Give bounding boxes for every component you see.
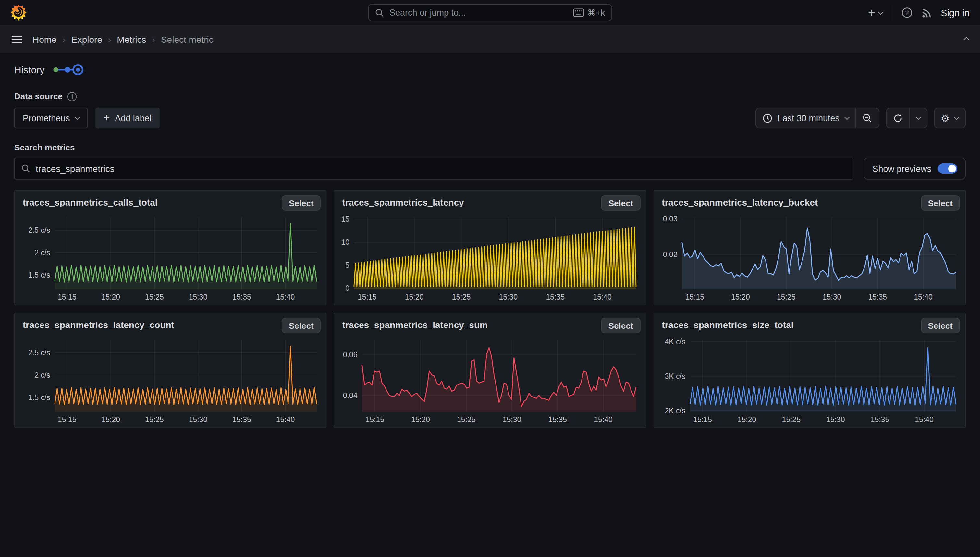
breadcrumb-home[interactable]: Home	[33, 34, 57, 44]
time-range-button[interactable]: Last 30 minutes	[756, 108, 855, 128]
svg-text:2 c/s: 2 c/s	[34, 248, 50, 257]
metrics-search-input[interactable]	[36, 163, 846, 174]
time-picker-group: Last 30 minutes	[755, 107, 879, 129]
svg-text:3K c/s: 3K c/s	[665, 372, 685, 381]
svg-text:15:15: 15:15	[358, 293, 377, 301]
select-button[interactable]: Select	[282, 318, 321, 333]
history-steps-icon[interactable]	[52, 64, 83, 76]
time-controls: Last 30 minutes	[755, 107, 966, 129]
select-button[interactable]: Select	[921, 195, 960, 211]
show-previews-label: Show previews	[872, 164, 931, 173]
svg-text:10: 10	[341, 238, 350, 246]
svg-text:15:30: 15:30	[822, 293, 841, 301]
metric-title: traces_spanmetrics_latency	[342, 197, 464, 207]
sign-in-link[interactable]: Sign in	[941, 7, 970, 18]
svg-text:15:40: 15:40	[594, 415, 613, 424]
zoom-out-icon	[862, 113, 872, 123]
svg-text:0.03: 0.03	[663, 215, 677, 223]
refresh-interval-button[interactable]	[909, 108, 926, 128]
metric-title: traces_spanmetrics_latency_sum	[342, 320, 488, 330]
svg-text:15:40: 15:40	[276, 415, 295, 424]
svg-text:15:30: 15:30	[503, 415, 521, 424]
chevron-up-icon	[964, 37, 969, 42]
breadcrumb-separator: ›	[108, 34, 111, 44]
zoom-out-button[interactable]	[855, 108, 879, 128]
metric-title: traces_spanmetrics_size_total	[662, 320, 794, 330]
search-row: Show previews	[14, 158, 966, 180]
svg-text:15:25: 15:25	[145, 415, 164, 424]
refresh-group	[885, 107, 927, 129]
svg-text:15:35: 15:35	[232, 293, 251, 301]
global-search[interactable]: Search or jump to... ⌘+k	[368, 4, 612, 21]
svg-text:1.5 c/s: 1.5 c/s	[28, 393, 50, 402]
svg-text:15:15: 15:15	[58, 415, 77, 424]
svg-text:15:30: 15:30	[189, 415, 208, 424]
help-button[interactable]: ?	[901, 7, 912, 18]
mega-menu-toggle[interactable]	[12, 33, 22, 45]
shortcut-hint: ⌘+k	[573, 8, 605, 18]
clock-icon	[763, 113, 772, 123]
svg-text:2K c/s: 2K c/s	[665, 407, 685, 415]
info-icon[interactable]: i	[68, 92, 77, 101]
search-icon	[375, 8, 384, 17]
timeseries-chart: 1.5 c/s2 c/s2.5 c/s15:1515:2015:2515:301…	[18, 335, 321, 425]
select-button[interactable]: Select	[921, 318, 960, 333]
toggle-knob	[948, 165, 956, 173]
divider	[892, 5, 892, 20]
history-row: History	[14, 64, 966, 76]
svg-text:15:20: 15:20	[412, 415, 430, 424]
svg-text:15:35: 15:35	[549, 415, 567, 424]
svg-text:15:20: 15:20	[101, 293, 120, 301]
search-metrics-label: Search metrics	[14, 143, 966, 152]
svg-text:0.02: 0.02	[663, 250, 677, 259]
show-previews-control: Show previews	[864, 158, 966, 180]
breadcrumb-separator: ›	[63, 34, 65, 44]
svg-text:15:20: 15:20	[731, 293, 750, 301]
history-label: History	[14, 64, 44, 75]
svg-text:15:15: 15:15	[693, 415, 712, 424]
svg-text:2.5 c/s: 2.5 c/s	[28, 349, 50, 357]
svg-text:15:15: 15:15	[366, 415, 385, 424]
svg-text:15:25: 15:25	[457, 415, 476, 424]
svg-text:15: 15	[341, 215, 350, 223]
datasource-picker[interactable]: Prometheus	[14, 107, 88, 129]
svg-text:15:20: 15:20	[405, 293, 424, 301]
chevron-down-icon	[74, 114, 80, 120]
show-previews-toggle[interactable]	[938, 163, 957, 174]
search-icon	[21, 164, 31, 173]
svg-text:15:35: 15:35	[232, 415, 251, 424]
add-label-button[interactable]: + Add label	[95, 107, 160, 129]
settings-button[interactable]: ⚙	[934, 108, 965, 128]
new-menu-button[interactable]: +	[868, 7, 882, 19]
svg-text:15:25: 15:25	[782, 415, 800, 424]
svg-text:15:40: 15:40	[593, 293, 612, 301]
breadcrumb-explore[interactable]: Explore	[71, 34, 102, 44]
select-button[interactable]: Select	[601, 318, 640, 333]
gear-icon: ⚙	[941, 113, 949, 123]
chevron-down-icon	[844, 114, 849, 120]
metric-title: traces_spanmetrics_latency_bucket	[662, 197, 818, 207]
grafana-logo-icon[interactable]	[10, 4, 27, 21]
svg-text:15:30: 15:30	[499, 293, 518, 301]
select-button[interactable]: Select	[282, 195, 321, 211]
datasource-label-row: Data source i	[14, 91, 966, 101]
svg-text:15:40: 15:40	[914, 293, 933, 301]
app: Search or jump to... ⌘+k + ? Sign in H	[0, 0, 980, 557]
svg-text:0.04: 0.04	[343, 391, 358, 400]
collapse-toolbar-button[interactable]	[964, 37, 968, 41]
refresh-button[interactable]	[886, 108, 909, 128]
metric-title: traces_spanmetrics_latency_count	[23, 320, 174, 330]
svg-text:0: 0	[346, 284, 350, 292]
svg-text:0.06: 0.06	[343, 350, 358, 359]
metric-card: traces_spanmetrics_latencySelect05101515…	[334, 190, 647, 305]
breadcrumb-bar: Home › Explore › Metrics › Select metric	[0, 26, 980, 53]
datasource-label: Data source	[14, 91, 63, 101]
settings-group: ⚙	[934, 107, 966, 129]
breadcrumb-metrics[interactable]: Metrics	[117, 34, 146, 44]
select-button[interactable]: Select	[601, 195, 640, 211]
main-content: History Data source i Prometheus + Add l…	[0, 64, 980, 428]
svg-text:4K c/s: 4K c/s	[665, 337, 685, 346]
svg-text:15:35: 15:35	[870, 415, 889, 424]
svg-text:1.5 c/s: 1.5 c/s	[28, 271, 50, 279]
news-button[interactable]	[921, 7, 932, 18]
